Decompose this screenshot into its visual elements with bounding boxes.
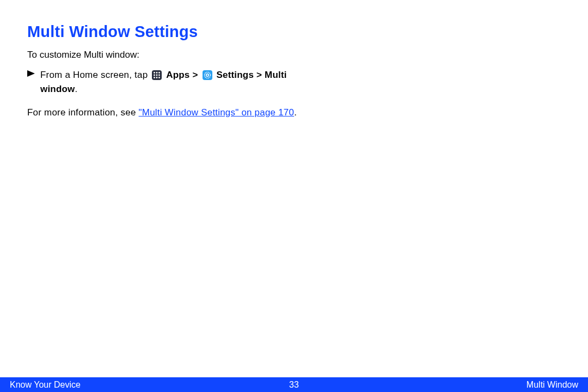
page-footer: Know Your Device 33 Multi Window [0, 377, 588, 392]
svg-point-4 [158, 72, 160, 74]
svg-point-6 [156, 74, 158, 76]
multi-window-settings-link[interactable]: "Multi Window Settings" on page 170 [139, 107, 295, 118]
footer-page-number: 33 [289, 380, 299, 390]
svg-point-10 [158, 77, 160, 78]
more-info-period: . [294, 107, 297, 118]
apps-label: Apps [166, 70, 189, 80]
footer-topic: Multi Window [526, 380, 578, 390]
gt1: > [190, 70, 201, 80]
settings-label: Settings [216, 70, 254, 80]
instruction-step: From a Home screen, tap Apps > Settings … [27, 68, 310, 96]
arrow-bullet-icon [27, 70, 35, 77]
step-prefix: From a Home screen, tap [40, 70, 150, 80]
settings-icon [203, 70, 212, 80]
svg-point-2 [154, 72, 155, 74]
footer-section-name: Know Your Device [10, 380, 81, 390]
more-info-text: For more information, see "Multi Window … [27, 106, 310, 120]
svg-marker-0 [27, 70, 35, 77]
intro-text: To customize Multi window: [27, 50, 561, 60]
step-text: From a Home screen, tap Apps > Settings … [40, 68, 310, 96]
svg-rect-11 [203, 70, 212, 80]
gt2: > [254, 70, 265, 80]
svg-point-9 [156, 77, 158, 78]
more-info-prefix: For more information, see [27, 107, 139, 118]
svg-point-7 [158, 74, 160, 76]
svg-point-3 [156, 72, 158, 74]
svg-point-5 [154, 74, 155, 76]
page-content: Multi Window Settings To customize Multi… [0, 0, 588, 120]
svg-point-8 [154, 77, 155, 78]
page-title: Multi Window Settings [27, 23, 561, 41]
step-period: . [75, 84, 78, 94]
apps-icon [152, 70, 162, 80]
